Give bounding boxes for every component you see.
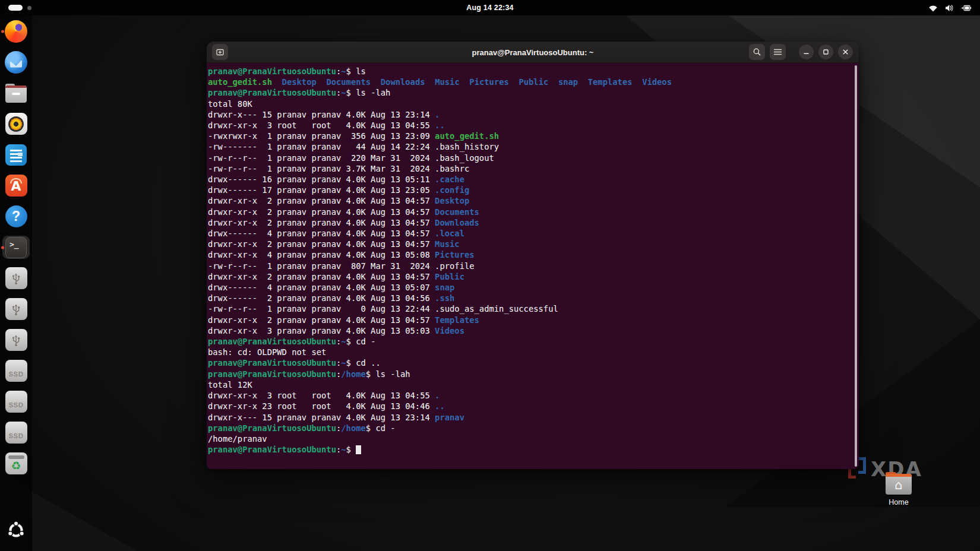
menu-button[interactable] <box>770 44 786 60</box>
terminal-line: bash: cd: OLDPWD not set <box>208 347 853 357</box>
terminal-line: drwxr-xr-x 3 pranav pranav 4.0K Aug 13 0… <box>208 325 853 336</box>
usb-drive-icon <box>5 267 27 289</box>
battery-icon <box>960 4 972 12</box>
terminal-output: pranav@PranaVirtuosoUbuntu:~$ lsauto_ged… <box>208 66 853 455</box>
dock-item-usb-drive-1[interactable] <box>2 267 30 290</box>
home-folder-icon: ⌂ <box>886 474 912 495</box>
inactive-workspace-dot <box>27 6 31 10</box>
terminal-line: pranav@PranaVirtuosoUbuntu:~$ ls -lah <box>208 87 853 98</box>
terminal-line: total 80K <box>208 99 853 109</box>
terminal-line: drwx------ 2 pranav pranav 4.0K Aug 13 0… <box>208 293 853 303</box>
active-workspace-pill <box>8 5 23 11</box>
terminal-line: drwx------ 4 pranav pranav 4.0K Aug 13 0… <box>208 228 853 239</box>
dock-item-files[interactable] <box>2 81 30 104</box>
trash-icon: ♻ <box>5 452 27 474</box>
terminal-line: pranav@PranaVirtuosoUbuntu:/home$ cd - <box>208 423 853 433</box>
ssd-label: SSD <box>8 370 23 378</box>
top-bar: Aug 14 22:34 <box>0 0 980 15</box>
terminal-line: -rw-r--r-- 1 pranav pranav 0 Aug 13 22:4… <box>208 303 853 314</box>
terminal-line: drwx------ 4 pranav pranav 4.0K Aug 13 0… <box>208 282 853 293</box>
terminal-line: drwxr-xr-x 2 pranav pranav 4.0K Aug 13 0… <box>208 239 853 249</box>
rhythmbox-icon <box>5 113 27 135</box>
home-shortcut-label: Home <box>884 498 913 506</box>
new-tab-button[interactable] <box>212 44 228 60</box>
running-indicator <box>1 30 4 33</box>
firefox-icon <box>5 20 27 43</box>
dock-item-libreoffice-writer[interactable] <box>2 143 30 166</box>
terminal-line: pranav@PranaVirtuosoUbuntu:~$ <box>208 444 853 455</box>
dock-item-firefox[interactable] <box>2 20 30 43</box>
dock-item-ssd-drive-1[interactable]: SSD <box>2 359 30 382</box>
terminal-line: drwxr-xr-x 23 root root 4.0K Aug 13 04:4… <box>208 401 853 411</box>
terminal-scrollbar[interactable] <box>855 65 857 467</box>
terminal-line: -rw------- 1 pranav pranav 44 Aug 14 22:… <box>208 141 853 152</box>
ubuntu-logo-icon <box>6 520 26 543</box>
terminal-line: pranav@PranaVirtuosoUbuntu:/home$ ls -la… <box>208 369 853 379</box>
dock: SSD SSD SSD ♻ <box>0 15 32 551</box>
file-manager-icon <box>5 86 27 103</box>
terminal-headerbar[interactable]: pranav@PranaVirtuosoUbuntu: ~ <box>207 42 859 63</box>
dock-item-usb-drive-3[interactable] <box>2 328 30 352</box>
terminal-line: drwx------ 16 pranav pranav 4.0K Aug 13 … <box>208 174 853 185</box>
running-indicator <box>1 246 4 249</box>
usb-drive-icon <box>5 329 27 351</box>
terminal-content[interactable]: pranav@PranaVirtuosoUbuntu:~$ lsauto_ged… <box>207 63 859 469</box>
dock-item-terminal[interactable] <box>2 236 30 259</box>
terminal-line: -rw-r--r-- 1 pranav pranav 807 Mar 31 20… <box>208 261 853 271</box>
dock-item-usb-drive-2[interactable] <box>2 297 30 321</box>
ssd-label: SSD <box>8 432 23 439</box>
terminal-line: drwxr-xr-x 3 root root 4.0K Aug 13 04:55… <box>208 120 853 131</box>
workspace-indicator[interactable] <box>8 5 31 11</box>
dock-item-app-center[interactable] <box>2 174 30 197</box>
terminal-line: drwxr-x--- 15 pranav pranav 4.0K Aug 13 … <box>208 412 853 423</box>
terminal-line: drwxr-xr-x 2 pranav pranav 4.0K Aug 13 0… <box>208 217 853 228</box>
dock-item-help[interactable] <box>2 205 30 228</box>
dock-item-ssd-drive-3[interactable]: SSD <box>2 421 30 444</box>
house-glyph: ⌂ <box>894 479 902 491</box>
terminal-line: drwxr-xr-x 2 pranav pranav 4.0K Aug 13 0… <box>208 207 853 217</box>
close-button[interactable] <box>838 45 853 59</box>
terminal-line: auto_gedit.sh Desktop Documents Download… <box>208 77 853 87</box>
terminal-line: pranav@PranaVirtuosoUbuntu:~$ cd .. <box>208 357 853 368</box>
ssd-drive-icon: SSD <box>5 422 27 444</box>
terminal-line: pranav@PranaVirtuosoUbuntu:~$ cd - <box>208 336 853 347</box>
dock-item-rhythmbox[interactable] <box>2 112 30 135</box>
terminal-icon <box>5 237 27 258</box>
app-center-icon <box>5 175 27 197</box>
terminal-line: drwx------ 17 pranav pranav 4.0K Aug 13 … <box>208 185 853 195</box>
terminal-line: total 12K <box>208 379 853 390</box>
terminal-line: -rwxrwxr-x 1 pranav pranav 356 Aug 13 23… <box>208 131 853 141</box>
wifi-icon <box>928 4 938 12</box>
thunderbird-icon <box>5 51 27 74</box>
help-icon <box>5 205 27 227</box>
usb-drive-icon <box>5 298 27 320</box>
terminal-line: drwxr-xr-x 2 pranav pranav 4.0K Aug 13 0… <box>208 195 853 206</box>
system-tray[interactable] <box>928 4 972 12</box>
terminal-line: drwxr-xr-x 3 root root 4.0K Aug 13 04:55… <box>208 390 853 401</box>
clock[interactable]: Aug 14 22:34 <box>466 4 514 12</box>
dock-item-thunderbird[interactable] <box>2 50 30 74</box>
terminal-line: /home/pranav <box>208 433 853 444</box>
terminal-line: drwxr-x--- 15 pranav pranav 4.0K Aug 13 … <box>208 109 853 120</box>
terminal-line: drwxr-xr-x 4 pranav pranav 4.0K Aug 13 0… <box>208 249 853 260</box>
show-apps-button[interactable] <box>2 520 30 543</box>
dock-item-trash[interactable]: ♻ <box>2 452 30 475</box>
dock-item-ssd-drive-2[interactable]: SSD <box>2 390 30 413</box>
ssd-label: SSD <box>8 401 23 408</box>
maximize-button[interactable] <box>818 45 833 59</box>
ssd-drive-icon: SSD <box>5 360 27 382</box>
volume-icon <box>944 4 954 12</box>
terminal-line: drwxr-xr-x 2 pranav pranav 4.0K Aug 13 0… <box>208 315 853 325</box>
desktop-home-shortcut[interactable]: ⌂ Home <box>884 474 913 506</box>
window-title: pranav@PranaVirtuosoUbuntu: ~ <box>472 48 594 56</box>
minimize-button[interactable] <box>799 45 814 59</box>
ssd-drive-icon: SSD <box>5 391 27 413</box>
search-button[interactable] <box>749 44 765 60</box>
terminal-window: pranav@PranaVirtuosoUbuntu: ~ pranav@Pra… <box>207 42 859 469</box>
terminal-line: drwxr-xr-x 2 pranav pranav 4.0K Aug 13 0… <box>208 271 853 282</box>
terminal-line: pranav@PranaVirtuosoUbuntu:~$ ls <box>208 66 853 77</box>
terminal-line: -rw-r--r-- 1 pranav pranav 3.7K Mar 31 2… <box>208 163 853 174</box>
libreoffice-writer-icon <box>5 144 27 166</box>
terminal-line: -rw-r--r-- 1 pranav pranav 220 Mar 31 20… <box>208 153 853 163</box>
terminal-cursor <box>356 445 361 454</box>
